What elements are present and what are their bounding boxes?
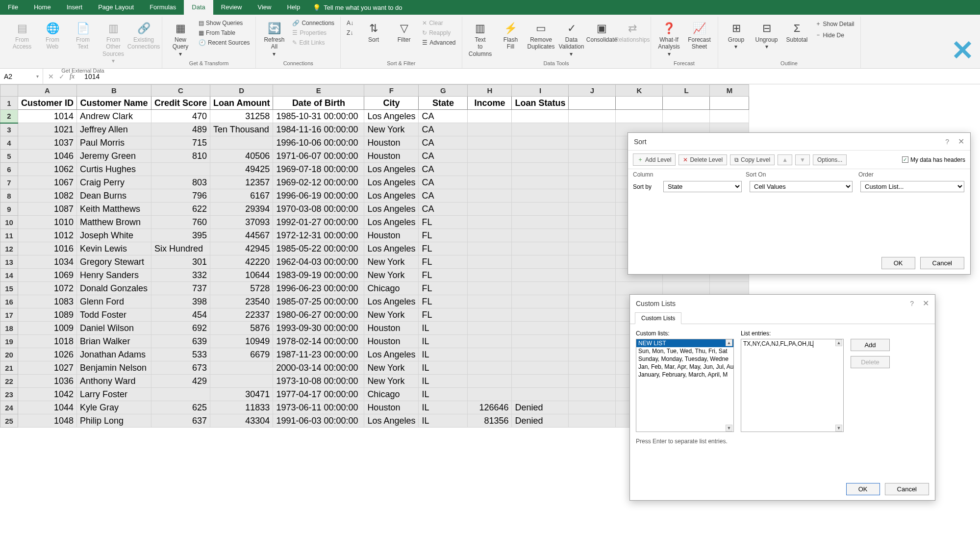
add-level-button[interactable]: ＋Add Level: [633, 153, 676, 166]
cell[interactable]: [468, 322, 512, 335]
cell[interactable]: Los Angeles: [364, 176, 419, 189]
cell[interactable]: 1018: [18, 335, 77, 348]
add-button[interactable]: Add: [851, 339, 890, 351]
cell[interactable]: 1062: [18, 163, 77, 176]
cell[interactable]: [210, 361, 273, 375]
cell[interactable]: 1014: [18, 110, 77, 123]
column-header-E[interactable]: E: [273, 85, 364, 97]
cell[interactable]: 1977-04-17 00:00:00: [273, 388, 364, 401]
cell[interactable]: 715: [151, 136, 210, 150]
cell[interactable]: 1026: [18, 348, 77, 361]
cell[interactable]: [468, 295, 512, 308]
cell[interactable]: [616, 97, 663, 110]
cell[interactable]: [512, 123, 569, 136]
cell[interactable]: 49425: [210, 163, 273, 176]
cell[interactable]: [569, 269, 616, 282]
cell[interactable]: 10949: [210, 335, 273, 348]
cell[interactable]: Chicago: [364, 388, 419, 401]
cell[interactable]: [468, 255, 512, 269]
cell[interactable]: [468, 189, 512, 203]
cell[interactable]: 43304: [210, 414, 273, 428]
cell[interactable]: [569, 401, 616, 414]
cell[interactable]: [468, 335, 512, 348]
cell[interactable]: 1069: [18, 269, 77, 282]
custom-lists-cancel-button[interactable]: Cancel: [885, 483, 929, 495]
cell[interactable]: [569, 242, 616, 255]
cell[interactable]: [569, 189, 616, 203]
from-other-sources--button[interactable]: ▥FromOtherSources▾: [99, 19, 127, 67]
cell[interactable]: 1983-09-19 00:00:00: [273, 269, 364, 282]
cell[interactable]: [512, 308, 569, 322]
cell[interactable]: FL: [419, 282, 468, 295]
tab-formulas[interactable]: Formulas: [142, 0, 184, 15]
scroll-up-icon[interactable]: ▲: [835, 339, 842, 346]
cell[interactable]: 2000-03-14 00:00:00: [273, 361, 364, 375]
cell[interactable]: New York: [364, 375, 419, 388]
cell[interactable]: 6679: [210, 348, 273, 361]
cell[interactable]: Houston: [364, 335, 419, 348]
cell[interactable]: CA: [419, 150, 468, 163]
cell[interactable]: [512, 255, 569, 269]
cell[interactable]: [512, 361, 569, 375]
cell[interactable]: [512, 176, 569, 189]
cell[interactable]: 332: [151, 269, 210, 282]
cell[interactable]: [663, 110, 710, 123]
cell[interactable]: 44567: [210, 229, 273, 242]
cell[interactable]: [569, 388, 616, 401]
cell[interactable]: FL: [419, 308, 468, 322]
cell[interactable]: 31258: [210, 110, 273, 123]
cell[interactable]: Houston: [364, 322, 419, 335]
-button[interactable]: A↓: [345, 19, 357, 27]
cell[interactable]: 29394: [210, 203, 273, 216]
column-header-G[interactable]: G: [419, 85, 468, 97]
cell[interactable]: 1987-11-23 00:00:00: [273, 348, 364, 361]
cell[interactable]: Kyle Gray: [77, 401, 151, 414]
cell[interactable]: 1970-03-08 00:00:00: [273, 203, 364, 216]
close-icon[interactable]: ✕: [923, 299, 929, 308]
tab-page-layout[interactable]: Page Layout: [90, 0, 142, 15]
cell[interactable]: FL: [419, 229, 468, 242]
table-header[interactable]: Credit Score: [151, 97, 210, 110]
cell[interactable]: [512, 335, 569, 348]
cell[interactable]: Los Angeles: [364, 414, 419, 428]
what-if-analysis--button[interactable]: ❓What-IfAnalysis▾: [655, 19, 683, 59]
cell[interactable]: IL: [419, 388, 468, 401]
cell[interactable]: Donald Gonzales: [77, 282, 151, 295]
cell[interactable]: Henry Sanders: [77, 269, 151, 282]
cell[interactable]: [569, 322, 616, 335]
row-header-7[interactable]: 7: [0, 176, 18, 189]
properties-button[interactable]: ☰Properties: [290, 28, 336, 37]
column-header-J[interactable]: J: [569, 85, 616, 97]
delete-level-button[interactable]: ✕Delete Level: [678, 154, 727, 165]
column-header-K[interactable]: K: [616, 85, 663, 97]
cell[interactable]: 810: [151, 150, 210, 163]
cell[interactable]: 637: [151, 414, 210, 428]
from-text-button[interactable]: 📄FromText: [69, 19, 97, 52]
cell[interactable]: 803: [151, 176, 210, 189]
cell[interactable]: Jeremy Green: [77, 150, 151, 163]
row-header-13[interactable]: 13: [0, 255, 18, 269]
sort-ok-button[interactable]: OK: [881, 257, 915, 269]
cell[interactable]: [468, 348, 512, 361]
cell[interactable]: 12357: [210, 176, 273, 189]
cell[interactable]: 1083: [18, 295, 77, 308]
cell[interactable]: [569, 163, 616, 176]
cell[interactable]: [210, 375, 273, 388]
cell[interactable]: Los Angeles: [364, 203, 419, 216]
text-to-columns-button[interactable]: ▥TexttoColumns: [466, 19, 495, 59]
from-web-button[interactable]: 🌐FromWeb: [38, 19, 67, 52]
cell[interactable]: New York: [364, 123, 419, 136]
cell[interactable]: 1991-06-03 00:00:00: [273, 414, 364, 428]
cell[interactable]: IL: [419, 348, 468, 361]
row-header-3[interactable]: 3: [0, 123, 18, 136]
cell[interactable]: Denied: [512, 414, 569, 428]
column-header-A[interactable]: A: [18, 85, 77, 97]
cell[interactable]: [616, 110, 663, 123]
cell[interactable]: Benjamin Nelson: [77, 361, 151, 375]
cell[interactable]: CA: [419, 110, 468, 123]
column-header-C[interactable]: C: [151, 85, 210, 97]
cell[interactable]: IL: [419, 322, 468, 335]
cell[interactable]: [468, 361, 512, 375]
cell[interactable]: 1984-11-16 00:00:00: [273, 123, 364, 136]
refresh-all--button[interactable]: 🔄RefreshAll▾: [260, 19, 288, 59]
